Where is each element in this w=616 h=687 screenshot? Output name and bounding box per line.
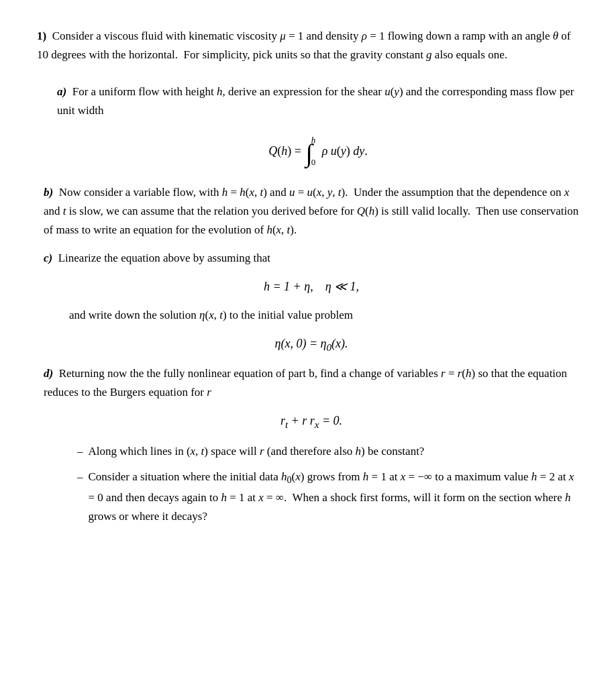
part-d: d) Returning now the the fully nonlinear…	[44, 364, 579, 526]
sub-bullet-1-text: Along which lines in (x, t) space will r…	[89, 442, 425, 461]
part-c: c) Linearize the equation above by assum…	[44, 249, 579, 355]
equation-burgers: rt + r rx = 0.	[44, 411, 579, 433]
part-c-text2: and write down the solution η(x, t) to t…	[69, 306, 579, 325]
sub-bullet-2: – Consider a situation where the initial…	[77, 468, 579, 526]
equation-Q: Q(h) = ∫ h 0 ρ u(y) dy.	[57, 132, 579, 170]
part-a: a) For a uniform flow with height h, der…	[57, 83, 579, 170]
part-c-text: c) Linearize the equation above by assum…	[44, 249, 579, 268]
equation-ivp: η(x, 0) = η0(x).	[44, 334, 579, 356]
integral-upper: h	[311, 131, 316, 150]
part-b: b) Now consider a variable flow, with h …	[44, 183, 579, 240]
sub-bullet-1: – Along which lines in (x, t) space will…	[77, 442, 579, 461]
part-b-text: b) Now consider a variable flow, with h …	[44, 183, 579, 240]
dash-2: –	[77, 468, 83, 526]
integrand: ρ u(y) dy.	[319, 138, 368, 165]
sub-bullet-2-text: Consider a situation where the initial d…	[89, 468, 580, 526]
part-d-text: d) Returning now the the fully nonlinear…	[44, 364, 579, 402]
integral-lower: 0	[311, 153, 316, 172]
part-a-text: a) For a uniform flow with height h, der…	[57, 83, 579, 120]
dash-1: –	[77, 442, 83, 461]
problem-container: 1) Consider a viscous fluid with kinemat…	[37, 27, 579, 526]
equation-lhs: Q(h) =	[268, 138, 304, 165]
problem-intro: 1) Consider a viscous fluid with kinemat…	[37, 27, 579, 64]
equation-linearize: h = 1 + η, η ≪ 1,	[44, 277, 579, 297]
